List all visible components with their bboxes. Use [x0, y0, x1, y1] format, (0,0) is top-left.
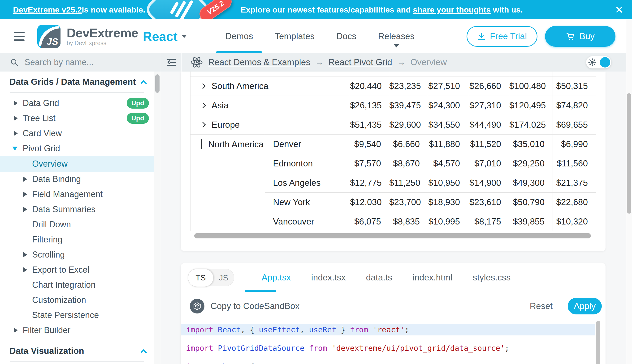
cell-value[interactable]: $23,700	[389, 192, 428, 212]
expander-icon[interactable]	[14, 100, 18, 106]
expand-chevron-icon[interactable]	[200, 122, 206, 128]
sidebar-item-overview[interactable]: Overview	[0, 156, 154, 172]
nav-templates[interactable]: Templates	[264, 19, 325, 53]
table-row-asia[interactable]: Asia $26,135 $39,475 $24,300 $27,310 $12…	[190, 96, 596, 115]
sidebar-item-data-grid[interactable]: Data GridUpd	[0, 96, 154, 111]
cell-value[interactable]: $27,510	[428, 76, 468, 96]
cell-value[interactable]: $8,835	[389, 212, 428, 231]
banner-close-icon[interactable]: ✕	[615, 0, 623, 19]
city-label[interactable]: Los Angeles	[265, 173, 350, 192]
sidebar-item-scrolling[interactable]: Scrolling	[0, 247, 154, 262]
toggle-js[interactable]: JS	[213, 269, 234, 286]
cell-value[interactable]: $8,670	[389, 154, 428, 173]
expander-icon[interactable]	[23, 207, 27, 212]
expander-icon[interactable]	[23, 267, 27, 272]
cell-value[interactable]: $27,310	[468, 96, 509, 115]
framework-selector-label[interactable]: React	[143, 29, 177, 44]
cell-value[interactable]: $23,610	[468, 192, 509, 212]
collapse-sidebar-icon[interactable]	[166, 58, 177, 67]
tab-index-html[interactable]: index.html	[413, 273, 453, 282]
cell-value[interactable]: $18,930	[428, 192, 468, 212]
page-scrollbar-thumb[interactable]	[627, 93, 631, 214]
breadcrumb-demos-link[interactable]: React Demos & Examples	[208, 57, 310, 67]
tab-data-ts[interactable]: data.ts	[366, 273, 392, 282]
cell-value[interactable]: $14,900	[468, 173, 509, 192]
city-label[interactable]: Edmonton	[265, 154, 350, 173]
cell-value[interactable]: $24,300	[428, 96, 468, 115]
sidebar-scrollbar-track[interactable]	[154, 72, 161, 364]
sidebar-item-export-to-excel[interactable]: Export to Excel	[0, 262, 154, 277]
sidebar-item-filter-builder[interactable]: Filter Builder	[0, 323, 154, 338]
cell-value[interactable]: $11,880	[428, 134, 468, 154]
share-thoughts-link[interactable]: share your thoughts	[413, 5, 491, 14]
sidebar-item-chart-integration[interactable]: Chart Integration	[0, 277, 154, 292]
table-row-europe[interactable]: Europe $51,435 $29,600 $34,550 $44,490 $…	[190, 115, 596, 134]
cell-value[interactable]: $11,560	[553, 154, 596, 173]
city-label[interactable]: Denver	[265, 134, 350, 154]
city-label[interactable]: Vancouver	[265, 212, 350, 231]
cell-value[interactable]: $26,660	[468, 76, 509, 96]
cell-value[interactable]: $6,075	[350, 212, 389, 231]
sidebar-scrollbar-thumb[interactable]	[155, 74, 159, 93]
code-scrollbar-thumb[interactable]	[596, 321, 600, 364]
cell-value[interactable]: $7,010	[468, 154, 509, 173]
expander-open-icon[interactable]	[12, 146, 18, 150]
cell-value[interactable]: $50,790	[509, 192, 553, 212]
cell-value[interactable]: $69,655	[553, 115, 596, 134]
cell-value[interactable]: $49,300	[509, 173, 553, 192]
tab-app-tsx[interactable]: App.tsx	[262, 273, 291, 282]
city-label[interactable]: New York	[265, 192, 350, 212]
table-row-south-america[interactable]: South America $20,440 $23,235 $27,510 $2…	[190, 76, 596, 96]
sidebar-item-data-summaries[interactable]: Data Summaries	[0, 202, 154, 217]
cell-value[interactable]: $20,440	[350, 76, 389, 96]
cell-value[interactable]: $174,025	[509, 115, 553, 134]
cell-value[interactable]: $100,480	[509, 76, 553, 96]
cell-value[interactable]: $39,475	[389, 96, 428, 115]
sidebar-item-pivot-grid[interactable]: Pivot Grid	[0, 141, 154, 156]
cell-value[interactable]: $8,175	[468, 212, 509, 231]
sidebar-item-field-management[interactable]: Field Management	[0, 187, 154, 202]
cell-value[interactable]: $120,495	[509, 96, 553, 115]
tab-index-tsx[interactable]: index.tsx	[311, 273, 346, 282]
cell-value[interactable]: $50,315	[553, 76, 596, 96]
collapse-chevron-icon[interactable]	[201, 139, 201, 149]
table-row-north-america-denver[interactable]: North America Denver $9,540 $6,660 $11,8…	[190, 134, 596, 154]
framework-caret-icon[interactable]	[181, 35, 187, 38]
cell-value[interactable]: $9,540	[350, 134, 389, 154]
cell-value[interactable]: $74,820	[553, 96, 596, 115]
cell-value[interactable]: $44,490	[468, 115, 509, 134]
cell-value[interactable]: $4,570	[428, 154, 468, 173]
expand-chevron-icon[interactable]	[200, 102, 206, 108]
sidebar-item-state-persistence[interactable]: State Persistence	[0, 308, 154, 323]
sidebar-item-customization[interactable]: Customization	[0, 292, 154, 308]
cell-value[interactable]: $12,030	[350, 192, 389, 212]
devextreme-js-logo[interactable]: JS	[37, 25, 61, 48]
nav-docs[interactable]: Docs	[325, 19, 367, 53]
free-trial-button[interactable]: Free Trial	[467, 26, 537, 47]
cell-value[interactable]: $12,775	[350, 173, 389, 192]
buy-button[interactable]: Buy	[545, 26, 615, 47]
page-scrollbar-track[interactable]	[626, 19, 632, 364]
code-editor[interactable]: import React, { useEffect, useRef } from…	[181, 320, 605, 364]
section-data-grids[interactable]: Data Grids / Data Management	[0, 73, 154, 91]
expander-icon[interactable]	[14, 116, 18, 121]
cell-value[interactable]: $6,660	[389, 134, 428, 154]
sidebar-search-input[interactable]: Search by name...	[0, 53, 161, 72]
reset-button[interactable]: Reset	[530, 301, 553, 311]
cell-value[interactable]: $29,250	[509, 154, 553, 173]
section-data-visualization[interactable]: Data Visualization	[0, 342, 154, 360]
expander-icon[interactable]	[14, 131, 18, 136]
sidebar-item-drill-down[interactable]: Drill Down	[0, 217, 154, 232]
cell-value[interactable]: $6,990	[553, 134, 596, 154]
cell-value[interactable]: $26,135	[350, 96, 389, 115]
cell-value[interactable]: $29,600	[389, 115, 428, 134]
cell-value[interactable]: $11,520	[468, 134, 509, 154]
cell-value[interactable]: $23,235	[389, 76, 428, 96]
sidebar-item-filtering[interactable]: Filtering	[0, 232, 154, 247]
code-line-3[interactable]: import Chart, {	[181, 361, 605, 364]
expander-icon[interactable]	[23, 192, 27, 197]
expander-icon[interactable]	[23, 252, 27, 257]
codesandbox-icon[interactable]	[190, 299, 204, 314]
cell-value[interactable]: $10,995	[428, 212, 468, 231]
expand-chevron-icon[interactable]	[200, 83, 206, 89]
